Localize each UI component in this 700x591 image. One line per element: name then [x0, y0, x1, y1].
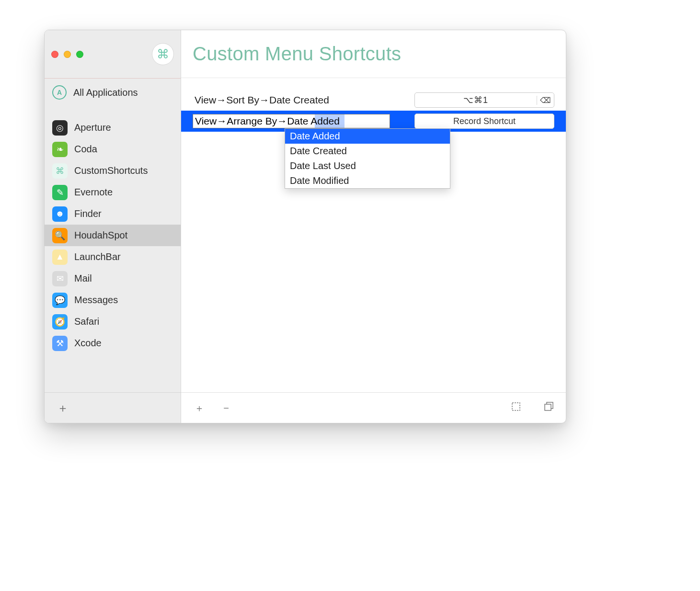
sidebar: ⌘ A All Applications ◎Aperture❧Coda⌘Cust…	[45, 30, 181, 423]
sidebar-item-label: LaunchBar	[74, 251, 121, 262]
stacked-squares-icon	[544, 402, 554, 411]
menu-path-input[interactable]	[193, 114, 390, 128]
autocomplete-dropdown: Date AddedDate CreatedDate Last UsedDate…	[285, 128, 450, 189]
sidebar-item-messages[interactable]: 💬Messages	[45, 289, 181, 311]
zoom-window-button[interactable]	[76, 51, 83, 58]
sidebar-item-aperture[interactable]: ◎Aperture	[45, 117, 181, 138]
safari-icon: 🧭	[52, 314, 68, 330]
select-all-icon[interactable]	[511, 402, 521, 414]
sidebar-item-launchbar[interactable]: ▲LaunchBar	[45, 246, 181, 268]
app-window: ⌘ A All Applications ◎Aperture❧Coda⌘Cust…	[44, 30, 566, 423]
sidebar-item-label: Finder	[74, 208, 102, 219]
remove-shortcut-button[interactable]: −	[219, 403, 233, 413]
sidebar-item-safari[interactable]: 🧭Safari	[45, 311, 181, 332]
customshortcuts-icon: ⌘	[52, 163, 68, 179]
shortcut-keys-label: ⌥⌘1	[415, 95, 537, 105]
houdahspot-icon: 🔍	[52, 228, 68, 243]
evernote-icon: ✎	[52, 185, 68, 200]
sidebar-item-label: Aperture	[74, 122, 111, 133]
shortcut-list: View→Sort By→Date Created ⌥⌘1 ⌫ Record S…	[181, 78, 566, 132]
all-applications-label: All Applications	[73, 87, 138, 98]
sidebar-item-all-applications[interactable]: A All Applications	[45, 79, 181, 106]
shortcut-field[interactable]: ⌥⌘1 ⌫	[414, 92, 554, 108]
mail-icon: ✉	[52, 271, 68, 286]
titlebar: ⌘	[45, 30, 181, 78]
record-shortcut-label: Record Shortcut	[453, 116, 516, 126]
autocomplete-option[interactable]: Date Last Used	[285, 159, 450, 173]
svg-rect-2	[545, 404, 551, 410]
add-application-button[interactable]: ＋	[56, 402, 69, 414]
delete-icon: ⌫	[540, 96, 551, 105]
sidebar-item-label: Messages	[74, 295, 118, 306]
sidebar-item-label: Evernote	[74, 187, 113, 198]
sidebar-footer: ＋	[45, 392, 181, 423]
sidebar-item-label: Safari	[74, 316, 99, 327]
xcode-icon: ⚒	[52, 336, 68, 351]
all-applications-icon: A	[52, 85, 67, 100]
record-shortcut-button[interactable]: Record Shortcut	[414, 114, 554, 129]
autocomplete-option[interactable]: Date Modified	[285, 173, 450, 188]
coda-icon: ❧	[52, 142, 68, 157]
sidebar-item-label: HoudahSpot	[74, 230, 127, 241]
sidebar-item-xcode[interactable]: ⚒Xcode	[45, 332, 181, 354]
aperture-icon: ◎	[52, 120, 68, 136]
messages-icon: 💬	[52, 293, 68, 308]
sidebar-item-finder[interactable]: ☻Finder	[45, 203, 181, 225]
sidebar-item-mail[interactable]: ✉Mail	[45, 268, 181, 289]
add-shortcut-button[interactable]: ＋	[193, 403, 206, 413]
launchbar-icon: ▲	[52, 250, 68, 265]
shortcut-row[interactable]: View→Sort By→Date Created ⌥⌘1 ⌫	[181, 90, 566, 111]
command-icon: ⌘	[152, 43, 174, 65]
minimize-window-button[interactable]	[64, 51, 71, 58]
command-glyph: ⌘	[157, 47, 169, 62]
autocomplete-option[interactable]: Date Created	[285, 144, 450, 159]
traffic-lights	[51, 51, 83, 58]
duplicate-icon[interactable]	[544, 402, 554, 414]
svg-rect-0	[512, 403, 520, 410]
sidebar-item-houdahspot[interactable]: 🔍HoudahSpot	[45, 225, 181, 246]
menu-path-label: View→Sort By→Date Created	[193, 93, 407, 107]
sidebar-item-label: Coda	[74, 144, 97, 155]
sidebar-item-label: Xcode	[74, 338, 102, 349]
page-title: Custom Menu Shortcuts	[193, 43, 401, 65]
sidebar-item-label: CustomShortcuts	[74, 165, 148, 176]
sidebar-item-evernote[interactable]: ✎Evernote	[45, 182, 181, 203]
sidebar-item-coda[interactable]: ❧Coda	[45, 138, 181, 160]
main-panel: Custom Menu Shortcuts View→Sort By→Date …	[181, 30, 566, 423]
dashed-square-icon	[511, 402, 521, 411]
sidebar-item-customshortcuts[interactable]: ⌘CustomShortcuts	[45, 160, 181, 182]
close-window-button[interactable]	[51, 51, 58, 58]
clear-shortcut-button[interactable]: ⌫	[537, 96, 554, 105]
main-footer: ＋ −	[181, 392, 566, 423]
autocomplete-option[interactable]: Date Added	[285, 129, 450, 144]
application-list: ◎Aperture❧Coda⌘CustomShortcuts✎Evernote☻…	[45, 117, 181, 392]
finder-icon: ☻	[52, 206, 68, 222]
main-header: Custom Menu Shortcuts	[181, 30, 566, 78]
sidebar-item-label: Mail	[74, 273, 92, 284]
